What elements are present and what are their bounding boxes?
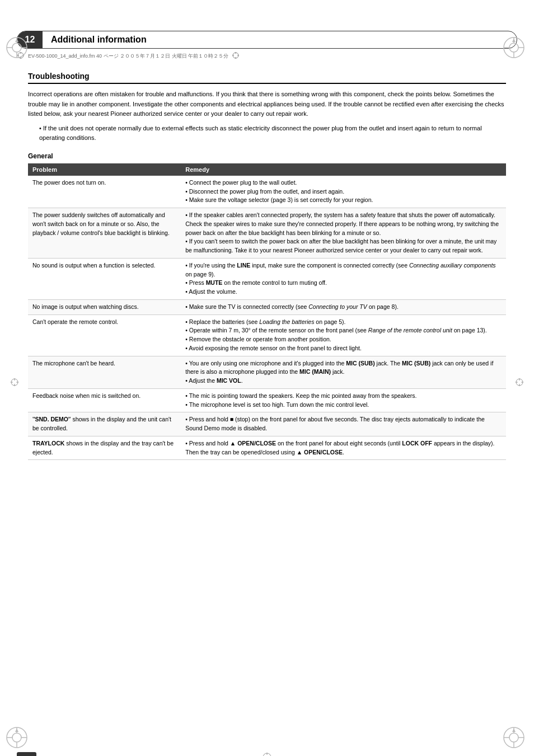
table-row: TRAYLOCK shows in the display and the tr… [28, 436, 506, 460]
right-crosshair [515, 378, 524, 388]
problem-cell: No sound is output when a function is se… [28, 258, 181, 299]
center-crosshair-bottom [262, 752, 272, 756]
header-bar: 12 Additional information [17, 31, 517, 49]
corner-decoration-tr [502, 35, 530, 63]
table-row: Can't operate the remote control.• Repla… [28, 314, 506, 356]
remedy-cell: • You are only using one microphone and … [181, 356, 506, 388]
svg-point-42 [509, 733, 518, 742]
remedy-cell: • Make sure the TV is connected correctl… [181, 299, 506, 314]
remedy-cell: • Connect the power plug to the wall out… [181, 176, 506, 208]
page-container: 12 Additional information EV-500-1000_14… [0, 31, 534, 756]
page-number: 40 [17, 752, 36, 756]
remedy-cell: • Replace the batteries (see Loading the… [181, 314, 506, 356]
svg-marker-6 [15, 39, 18, 42]
problem-cell: The microphone can't be heard. [28, 356, 181, 388]
svg-point-1 [12, 43, 21, 52]
problem-cell: The power does not turn on. [28, 176, 181, 208]
table-row: ''SND. DEMO'' shows in the display and t… [28, 412, 506, 436]
table-row: No sound is output when a function is se… [28, 258, 506, 299]
col-header-remedy: Remedy [181, 163, 506, 176]
subsection-title: General [28, 152, 506, 160]
problem-cell: ''SND. DEMO'' shows in the display and t… [28, 412, 181, 436]
intro-paragraph: Incorrect operations are often mistaken … [28, 90, 506, 119]
table-row: Feedback noise when mic is switched on.•… [28, 388, 506, 412]
remedy-cell: • The mic is pointing toward the speaker… [181, 388, 506, 412]
corner-decoration-br [502, 725, 530, 753]
problem-cell: Feedback noise when mic is switched on. [28, 388, 181, 412]
table-row: No image is output when watching discs.•… [28, 299, 506, 314]
troubleshooting-table: Problem Remedy The power does not turn o… [28, 163, 506, 461]
svg-marker-47 [512, 729, 516, 732]
col-header-problem: Problem [28, 163, 181, 176]
corner-decoration-tl [4, 35, 32, 63]
chapter-title: Additional information [51, 35, 147, 45]
filename-text: EV-500-1000_14_add_info.fm 40 ページ ２００５年７… [28, 53, 228, 60]
table-row: The power suddenly switches off automati… [28, 208, 506, 259]
problem-cell: The power suddenly switches off automati… [28, 208, 181, 259]
table-row: The microphone can't be heard.• You are … [28, 356, 506, 388]
section-title: Troubleshooting [28, 72, 506, 84]
troubleshooting-section: Troubleshooting Incorrect operations are… [28, 72, 506, 143]
remedy-cell: • If the speaker cables aren't connected… [181, 208, 506, 259]
svg-marker-40 [15, 729, 18, 732]
remedy-cell: • Press and hold ■ (stop) on the front p… [181, 412, 506, 436]
svg-point-35 [12, 733, 21, 742]
problem-cell: No image is output when watching discs. [28, 299, 181, 314]
svg-point-8 [509, 43, 518, 52]
note-bullet: If the unit does not operate normally du… [28, 124, 506, 143]
filename-bar: EV-500-1000_14_add_info.fm 40 ページ ２００５年７… [17, 51, 517, 60]
problem-cell: Can't operate the remote control. [28, 314, 181, 356]
left-crosshair [10, 378, 19, 388]
svg-marker-13 [512, 39, 516, 42]
problem-cell: TRAYLOCK shows in the display and the tr… [28, 436, 181, 460]
remedy-cell: • If you're using the LINE input, make s… [181, 258, 506, 299]
corner-decoration-bl [4, 725, 32, 753]
page-footer: 40 En [17, 752, 46, 756]
crosshair-right-icon [232, 51, 240, 60]
remedy-cell: • Press and hold ▲ OPEN/CLOSE on the fro… [181, 436, 506, 460]
table-row: The power does not turn on.• Connect the… [28, 176, 506, 208]
main-content: Troubleshooting Incorrect operations are… [28, 72, 506, 460]
general-section: General Problem Remedy The power does no… [28, 152, 506, 461]
